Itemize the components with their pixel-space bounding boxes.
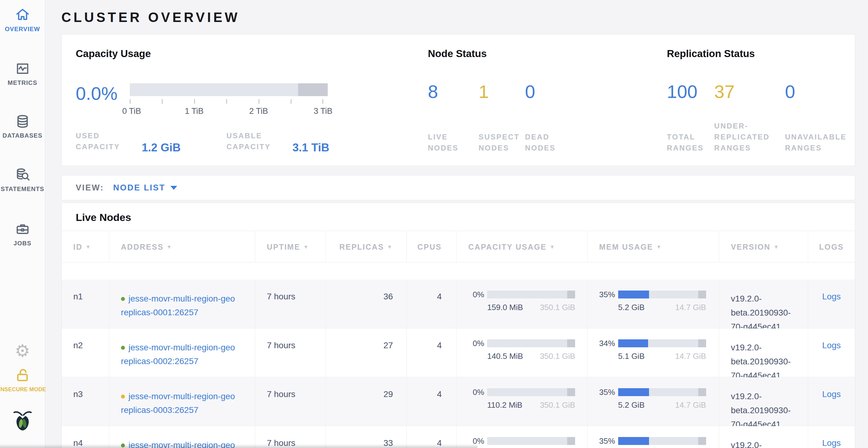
sidebar-item-label: METRICS xyxy=(8,79,37,87)
sort-icon: ▼ xyxy=(86,244,91,250)
sidebar-item-databases[interactable]: DATABASES xyxy=(0,114,45,139)
node-version-cell: v19.2.0-beta.20190930-70-g445ec41 xyxy=(719,329,808,377)
logs-link[interactable]: Logs xyxy=(822,389,841,399)
metrics-icon xyxy=(15,61,30,76)
capacity-percent-label: 0% xyxy=(468,290,484,299)
bottom-scroll-shadow xyxy=(0,444,477,448)
node-logs-cell: Logs xyxy=(808,280,855,329)
mem-bar xyxy=(618,290,706,299)
used-capacity-stat: USED CAPACITY 1.2 GiB xyxy=(76,130,181,152)
mem-percent-label: 35% xyxy=(599,290,615,299)
node-logs-cell: Logs xyxy=(808,329,855,377)
insecure-mode-badge[interactable]: INSECURE MODE xyxy=(0,368,45,393)
node-health-dot xyxy=(121,394,125,399)
node-replicas-cell: 27 xyxy=(326,329,407,377)
column-header-address[interactable]: ADDRESS▼ xyxy=(109,231,255,263)
unavailable-ranges-stat: 0 UNAVAILABLE RANGES xyxy=(785,83,855,153)
node-version-cell: v19.2.0-beta.20190930-70-g445ec41 xyxy=(719,280,808,329)
column-header-logs: LOGS xyxy=(808,231,855,263)
node-health-dot xyxy=(121,346,125,350)
home-icon xyxy=(15,7,30,23)
sidebar-item-jobs[interactable]: JOBS xyxy=(0,221,45,247)
logs-link[interactable]: Logs xyxy=(822,438,841,448)
column-header-replicas[interactable]: REPLICAS▼ xyxy=(326,231,407,263)
node-health-dot xyxy=(121,297,125,301)
node-id-cell: n3 xyxy=(62,377,109,426)
node-version-cell: v19.2.0-beta.20190930-70-g445ec41 xyxy=(719,426,808,448)
chevron-down-icon[interactable] xyxy=(170,186,177,190)
node-mem-usage-cell: 34% 5.1 GiB14.7 GiB xyxy=(588,329,719,377)
sidebar-item-label: DATABASES xyxy=(2,132,42,139)
node-uptime-cell: 7 hours xyxy=(255,329,326,377)
node-address-link[interactable]: jesse-movr-multi-region-georeplicas-0002… xyxy=(121,343,246,368)
view-selector-bar: VIEW: NODE LIST xyxy=(61,175,855,200)
cockroachdb-logo[interactable] xyxy=(0,408,45,433)
mem-percent-label: 35% xyxy=(599,437,615,445)
unavailable-ranges-value: 0 xyxy=(785,83,855,101)
node-address-link[interactable]: jesse-movr-multi-region-georeplicas-0003… xyxy=(121,391,246,417)
mem-bar xyxy=(618,388,706,396)
column-header-capacity-usage[interactable]: CAPACITY USAGE▼ xyxy=(457,231,588,263)
capacity-bar xyxy=(487,388,575,396)
unavailable-ranges-label: UNAVAILABLE RANGES xyxy=(785,132,855,153)
under-replicated-ranges-stat: 37 UNDER-REPLICATED RANGES xyxy=(714,83,785,153)
usable-capacity-label: USABLE CAPACITY xyxy=(227,130,288,152)
statements-search-icon xyxy=(15,167,30,182)
mem-bar xyxy=(618,437,706,445)
sidebar-item-overview[interactable]: OVERVIEW xyxy=(0,7,45,33)
live-nodes-label: LIVE NODES xyxy=(428,132,465,153)
live-nodes-table: ID▼ ADDRESS▼ UPTIME▼ REPLICAS▼ CPUS CAPA… xyxy=(62,231,855,448)
total-ranges-stat: 100 TOTAL RANGES xyxy=(667,83,714,153)
node-version-cell: v19.2.0-beta.20190930-70-g445ec41 xyxy=(719,377,808,426)
main-content: CLUSTER OVERVIEW Capacity Usage 0.0% 0 T… xyxy=(45,0,868,448)
node-capacity-usage-cell: 0% 110.2 MiB350.1 GiB xyxy=(457,377,588,426)
column-header-uptime[interactable]: UPTIME▼ xyxy=(255,231,326,263)
usable-capacity-value: 3.1 TiB xyxy=(292,142,330,153)
node-uptime-cell: 7 hours xyxy=(255,377,326,426)
sidebar-item-statements[interactable]: STATEMENTS xyxy=(0,167,45,193)
briefcase-icon xyxy=(15,221,30,237)
node-capacity-usage-cell: 0% 140.5 MiB350.1 GiB xyxy=(457,329,588,377)
sidebar-item-label: STATEMENTS xyxy=(1,185,44,193)
column-header-mem-usage[interactable]: MEM USAGE▼ xyxy=(588,231,719,263)
column-header-version[interactable]: VERSION▼ xyxy=(719,231,808,263)
sidebar-item-metrics[interactable]: METRICS xyxy=(0,61,45,87)
logs-link[interactable]: Logs xyxy=(822,292,841,301)
under-replicated-ranges-value: 37 xyxy=(714,83,785,101)
suspect-nodes-stat: 1 SUSPECT NODES xyxy=(478,83,525,153)
sidebar-item-settings[interactable]: ⚙ xyxy=(0,342,45,359)
capacity-gauge-reserved-segment xyxy=(298,83,328,96)
node-replicas-cell: 36 xyxy=(326,280,407,329)
node-replicas-cell: 29 xyxy=(326,377,407,426)
sort-icon: ▼ xyxy=(656,244,662,250)
suspect-nodes-label: SUSPECT NODES xyxy=(478,132,523,153)
node-mem-usage-cell: 35% 5.2 GiB14.7 GiB xyxy=(588,377,719,426)
view-dropdown[interactable]: NODE LIST xyxy=(113,183,165,193)
mem-percent-label: 35% xyxy=(599,388,615,396)
capacity-bar xyxy=(487,339,575,347)
capacity-bar xyxy=(487,290,575,299)
replication-status-title: Replication Status xyxy=(667,48,855,60)
column-header-cpus[interactable]: CPUS xyxy=(407,231,457,263)
sort-icon: ▼ xyxy=(774,244,779,250)
replication-status-section: Replication Status 100 TOTAL RANGES 37 U… xyxy=(653,34,855,166)
node-cpus-cell: 4 xyxy=(407,280,457,329)
dead-nodes-value: 0 xyxy=(525,83,562,101)
sort-icon: ▼ xyxy=(387,244,393,250)
live-nodes-title: Live Nodes xyxy=(62,203,855,231)
under-replicated-ranges-label: UNDER-REPLICATED RANGES xyxy=(714,120,781,153)
page-title: CLUSTER OVERVIEW xyxy=(61,10,855,25)
sort-icon: ▼ xyxy=(167,244,173,250)
mem-percent-label: 34% xyxy=(599,339,615,347)
column-header-id[interactable]: ID▼ xyxy=(62,231,109,263)
unlocked-padlock-icon xyxy=(15,368,31,383)
cluster-summary-card: Capacity Usage 0.0% 0 TiB 1 TiB 2 TiB 3 … xyxy=(61,34,855,166)
node-logs-cell: Logs xyxy=(808,426,855,448)
capacity-percent: 0.0% xyxy=(76,84,118,116)
capacity-gauge-bar xyxy=(130,83,328,96)
gear-icon: ⚙ xyxy=(15,342,30,359)
database-icon xyxy=(15,114,30,129)
node-address-link[interactable]: jesse-movr-multi-region-georeplicas-0001… xyxy=(121,294,246,319)
logs-link[interactable]: Logs xyxy=(822,341,841,350)
total-ranges-label: TOTAL RANGES xyxy=(667,132,704,153)
